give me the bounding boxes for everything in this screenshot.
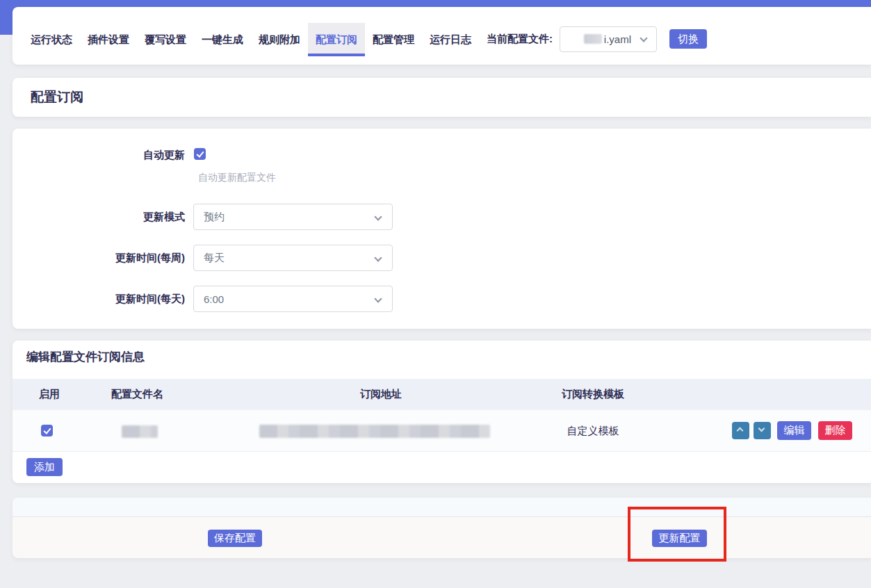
nav-tabs: 运行状态 插件设置 覆写设置 一键生成 规则附加 配置订阅 配置管理 运行日志 — [23, 23, 479, 56]
column-header-template: 订阅转换模板 — [499, 388, 687, 401]
weekly-time-value: 每天 — [204, 252, 225, 265]
settings-form-card: 自动更新 自动更新配置文件 更新模式 预约 更新时间(每周) 每天 更新时间(每… — [13, 129, 871, 329]
update-mode-label: 更新模式 — [13, 211, 185, 224]
edit-button[interactable]: 编辑 — [777, 421, 811, 440]
config-file-select-value: i.yaml — [604, 33, 631, 45]
current-config-label: 当前配置文件: — [487, 33, 553, 46]
nav-card: 运行状态 插件设置 覆写设置 一键生成 规则附加 配置订阅 配置管理 运行日志 … — [13, 7, 871, 65]
update-mode-value: 预约 — [204, 211, 225, 224]
redacted-filename — [122, 425, 158, 438]
column-header-url: 订阅地址 — [277, 388, 485, 401]
auto-update-help: 自动更新配置文件 — [198, 172, 276, 184]
daily-time-label: 更新时间(每天) — [13, 293, 185, 306]
chevron-up-icon — [737, 427, 744, 434]
tab-run-log[interactable]: 运行日志 — [422, 23, 479, 56]
tab-plugin-settings[interactable]: 插件设置 — [80, 23, 137, 56]
tab-run-status[interactable]: 运行状态 — [23, 23, 80, 56]
weekly-time-select[interactable]: 每天 — [193, 245, 393, 271]
move-up-button[interactable] — [732, 422, 749, 439]
chevron-down-icon — [640, 34, 647, 42]
redacted-subscription-url — [259, 425, 490, 438]
title-card: 配置订阅 — [13, 78, 871, 117]
move-down-button[interactable] — [754, 422, 771, 439]
top-accent-bar-left — [0, 0, 13, 35]
tab-config-management[interactable]: 配置管理 — [365, 23, 422, 56]
footer-card: 保存配置 更新配置 — [13, 498, 871, 558]
tab-rule-append[interactable]: 规则附加 — [251, 23, 308, 56]
template-cell: 自定义模板 — [499, 425, 687, 438]
page-title: 配置订阅 — [31, 88, 83, 106]
footer-header-strip — [13, 498, 871, 517]
daily-time-value: 6:00 — [204, 293, 224, 305]
weekly-time-label: 更新时间(每周) — [13, 252, 185, 265]
auto-update-label: 自动更新 — [13, 149, 185, 162]
table-row: 自定义模板 编辑 删除 — [13, 410, 871, 452]
tab-config-subscription[interactable]: 配置订阅 — [308, 23, 365, 56]
save-config-button[interactable]: 保存配置 — [208, 530, 262, 547]
delete-button[interactable]: 删除 — [818, 421, 852, 440]
subscriptions-title: 编辑配置文件订阅信息 — [26, 349, 145, 365]
add-subscription-button[interactable]: 添加 — [26, 458, 63, 476]
chevron-down-icon — [374, 295, 382, 302]
chevron-down-icon — [374, 254, 382, 261]
update-config-button[interactable]: 更新配置 — [652, 530, 707, 547]
config-file-select[interactable]: i.yaml — [560, 26, 657, 52]
column-header-enabled: 启用 — [39, 388, 60, 401]
redacted-filename-prefix — [584, 34, 602, 44]
chevron-down-icon — [374, 213, 382, 220]
tab-override-settings[interactable]: 覆写设置 — [137, 23, 194, 56]
switch-button[interactable]: 切换 — [669, 29, 707, 49]
column-header-filename: 配置文件名 — [111, 388, 163, 401]
row-enabled-checkbox[interactable] — [41, 425, 53, 436]
auto-update-checkbox[interactable] — [194, 148, 206, 160]
daily-time-select[interactable]: 6:00 — [193, 286, 393, 312]
update-mode-select[interactable]: 预约 — [193, 204, 393, 230]
nav-right-cluster: 当前配置文件: i.yaml 切换 — [487, 25, 707, 53]
table-header-row: 启用 配置文件名 订阅地址 订阅转换模板 — [13, 379, 871, 410]
subscriptions-card: 编辑配置文件订阅信息 启用 配置文件名 订阅地址 订阅转换模板 自定义模板 编辑… — [13, 341, 871, 483]
config-subscription-page: 运行状态 插件设置 覆写设置 一键生成 规则附加 配置订阅 配置管理 运行日志 … — [0, 0, 871, 588]
chevron-down-icon — [758, 425, 765, 432]
tab-one-click-generate[interactable]: 一键生成 — [194, 23, 251, 56]
